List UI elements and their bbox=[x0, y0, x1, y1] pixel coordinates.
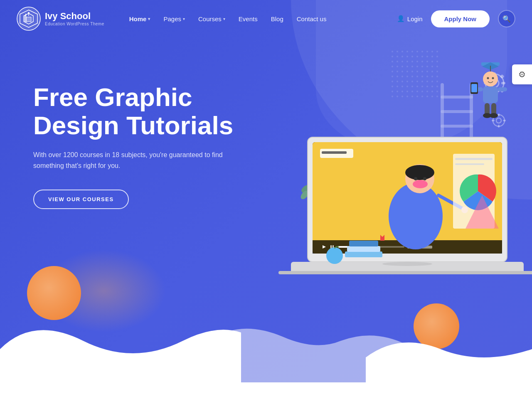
wave-decoration bbox=[0, 283, 532, 399]
hero-content: Free Graphic Design Tutorials With over … bbox=[33, 83, 233, 209]
svg-rect-31 bbox=[503, 120, 506, 121]
nav-item-pages[interactable]: Pages ▾ bbox=[163, 15, 185, 22]
chevron-down-icon: ▾ bbox=[183, 17, 185, 21]
chevron-down-icon: ▾ bbox=[223, 17, 225, 21]
brand-name: Ivy School bbox=[45, 11, 104, 21]
nav-item-events[interactable]: Events bbox=[239, 15, 258, 22]
svg-rect-2 bbox=[26, 17, 31, 22]
laptop-svg bbox=[278, 58, 532, 274]
hero-section: Ivy School Education WordPress Theme Hom… bbox=[0, 0, 532, 399]
user-icon: 👤 bbox=[397, 15, 405, 22]
svg-rect-28 bbox=[498, 113, 500, 116]
nav-item-home[interactable]: Home ▾ bbox=[129, 15, 150, 22]
svg-point-46 bbox=[490, 113, 498, 118]
nav-item-courses[interactable]: Courses ▾ bbox=[198, 15, 225, 22]
svg-point-69 bbox=[414, 177, 417, 180]
nav-item-blog[interactable]: Blog bbox=[271, 15, 283, 22]
hero-title: Free Graphic Design Tutorials bbox=[33, 83, 233, 140]
svg-rect-20 bbox=[441, 110, 473, 113]
settings-button[interactable]: ⚙ bbox=[512, 64, 532, 84]
brand-tagline: Education WordPress Theme bbox=[45, 22, 104, 26]
svg-rect-76 bbox=[455, 158, 493, 160]
svg-rect-14 bbox=[500, 74, 504, 79]
svg-point-35 bbox=[483, 71, 498, 86]
svg-rect-12 bbox=[501, 82, 505, 84]
svg-rect-77 bbox=[455, 163, 484, 165]
gear-icon: ⚙ bbox=[518, 69, 526, 79]
svg-rect-42 bbox=[498, 87, 507, 91]
svg-rect-87 bbox=[0, 382, 532, 399]
svg-point-66 bbox=[389, 183, 443, 249]
svg-rect-29 bbox=[498, 125, 500, 128]
logo[interactable]: Ivy School Education WordPress Theme bbox=[17, 7, 104, 31]
nav-item-contact[interactable]: Contact us bbox=[297, 15, 327, 22]
svg-rect-85 bbox=[278, 271, 532, 274]
search-button[interactable]: 🔍 bbox=[498, 10, 515, 27]
chevron-down-icon: ▾ bbox=[148, 17, 150, 21]
svg-rect-41 bbox=[471, 84, 477, 92]
svg-point-71 bbox=[413, 180, 428, 188]
svg-rect-21 bbox=[441, 125, 473, 128]
logo-icon bbox=[17, 7, 41, 31]
svg-point-4 bbox=[28, 12, 30, 14]
svg-point-37 bbox=[492, 77, 494, 79]
svg-point-27 bbox=[496, 118, 501, 123]
svg-rect-38 bbox=[483, 86, 498, 103]
main-nav: Ivy School Education WordPress Theme Hom… bbox=[0, 0, 532, 37]
apply-now-button[interactable]: Apply Now bbox=[431, 10, 490, 27]
login-button[interactable]: 👤 Login bbox=[397, 15, 423, 22]
svg-rect-80 bbox=[347, 246, 380, 252]
svg-rect-30 bbox=[492, 120, 495, 121]
svg-rect-65 bbox=[322, 151, 347, 154]
svg-point-68 bbox=[405, 165, 434, 180]
svg-rect-81 bbox=[349, 241, 378, 246]
svg-point-84 bbox=[382, 262, 432, 266]
nav-links: Home ▾ Pages ▾ Courses ▾ Events Blog Con… bbox=[129, 15, 397, 22]
svg-point-70 bbox=[423, 177, 426, 180]
hero-subtitle: With over 1200 courses in 18 subjects, y… bbox=[33, 150, 233, 171]
svg-rect-79 bbox=[345, 251, 382, 257]
svg-point-86 bbox=[326, 247, 343, 264]
laptop-illustration bbox=[278, 58, 532, 274]
view-courses-button[interactable]: VIEW OUR COURSES bbox=[33, 190, 129, 209]
svg-point-36 bbox=[487, 77, 489, 79]
nav-right: 👤 Login Apply Now 🔍 bbox=[397, 10, 515, 27]
svg-rect-19 bbox=[441, 96, 473, 99]
search-icon: 🔍 bbox=[502, 15, 511, 23]
